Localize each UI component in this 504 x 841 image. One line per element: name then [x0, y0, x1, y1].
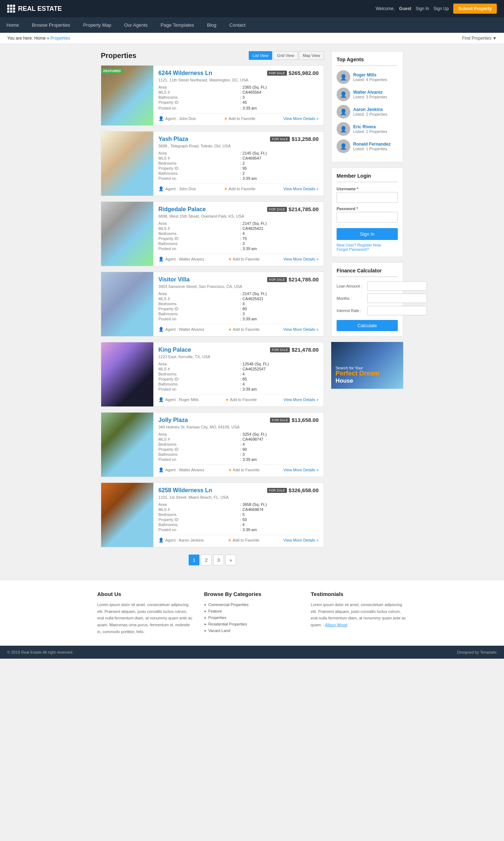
add-favorite-button[interactable]: ★ Add to Favorite	[228, 257, 260, 262]
category-item[interactable]: Residential Properties	[204, 621, 300, 627]
signin-button[interactable]: Sign In	[337, 228, 398, 240]
loan-amount-input[interactable]	[367, 281, 427, 291]
property-price-box: FOR SALE $21,478.00	[270, 347, 319, 353]
property-card: FEATURED 6244 Wilderness Ln FOR SALE $26…	[101, 65, 324, 126]
submit-property-button[interactable]: Submit Property	[453, 4, 497, 14]
view-more-link[interactable]: View More Details »	[283, 397, 319, 402]
agent-info: 👤 Agent : Aaron Jenkins	[158, 538, 204, 543]
agent-face-icon: 👤	[337, 88, 350, 101]
nav-contact[interactable]: Contact	[223, 17, 252, 33]
favorite-label: Add to Favorite	[230, 397, 257, 402]
property-name[interactable]: 6244 Wilderness Ln	[158, 70, 212, 76]
browse-title: Browse By Categories	[204, 591, 300, 597]
password-group: Password *	[337, 206, 398, 223]
welcome-text: Welcome,	[375, 6, 395, 11]
view-more-link[interactable]: View More Details »	[283, 538, 319, 542]
page-2-button[interactable]: 2	[201, 555, 212, 565]
nav-page-templates[interactable]: Page Templates	[154, 17, 201, 33]
agent-name[interactable]: Eric Rivera	[353, 124, 387, 129]
forgot-password-link[interactable]: Forgot Password?	[337, 247, 398, 252]
favorite-label: Add to Favorite	[229, 116, 256, 121]
add-favorite-button[interactable]: ★ Add to Favorite	[228, 468, 260, 472]
view-more-link[interactable]: View More Details »	[283, 187, 319, 191]
agent-face-icon: 👤	[337, 139, 350, 153]
property-footer: 👤 Agent : Roger Mills ★ Add to Favorite …	[158, 394, 319, 402]
footer-category-list: Commercial Properties Feature Properties…	[204, 601, 300, 634]
page-1-button[interactable]: 1	[189, 555, 199, 565]
footer-about: About Us Lorem ipsum dolor sit amet, con…	[97, 591, 193, 635]
agent-name[interactable]: Ronald Fernandez	[353, 142, 391, 147]
category-item[interactable]: Commercial Properties	[204, 601, 300, 608]
property-name[interactable]: Ridgedale Palace	[158, 206, 206, 213]
property-name[interactable]: Visitor Villa	[158, 276, 190, 283]
nav-blog[interactable]: Blog	[201, 17, 223, 33]
testimonials-author[interactable]: Alison Wood	[325, 623, 347, 627]
agent-listed: Listed: 1 Properties	[353, 147, 391, 151]
property-details: Area : 2365 (Sq. Ft.) MLS # : CA465564 B…	[158, 85, 319, 110]
nav-home[interactable]: Home	[0, 17, 26, 33]
breadcrumb-home[interactable]: Home	[34, 36, 46, 41]
category-item[interactable]: Vacant Land	[204, 627, 300, 634]
property-name[interactable]: King Palace	[158, 347, 191, 353]
property-name[interactable]: Jolly Plaza	[158, 417, 188, 423]
view-more-link[interactable]: View More Details »	[283, 468, 319, 472]
page-next-button[interactable]: »	[225, 555, 236, 565]
add-favorite-button[interactable]: ★ Add to Favorite	[228, 327, 260, 332]
dream-title: Perfect Dream House	[336, 370, 399, 384]
months-input[interactable]	[367, 294, 427, 303]
nav-browse-properties[interactable]: Browse Properties	[26, 17, 77, 33]
agent-name[interactable]: Walter Alvarez	[353, 90, 387, 95]
loan-amount-row: Loan Amount :	[337, 281, 398, 291]
property-image	[101, 272, 153, 336]
nav-our-agents[interactable]: Our Agents	[118, 17, 154, 33]
agent-listed: Listed: 4 Properties	[353, 77, 387, 82]
view-more-link[interactable]: View More Details »	[283, 327, 319, 331]
for-sale-badge: FOR SALE	[267, 207, 287, 212]
breadcrumb: You are here: Home » Properties	[7, 36, 70, 41]
agent-label: Agent : Walter Alvarez	[165, 327, 204, 331]
agent-icon: 👤	[158, 116, 164, 121]
agent-item: 👤 Ronald Fernandez Listed: 1 Properties	[337, 139, 398, 153]
agent-info: 👤 Agent : John Doe	[158, 116, 196, 121]
add-favorite-button[interactable]: ★ Add to Favorite	[225, 397, 257, 402]
sign-up-link[interactable]: Sign Up	[433, 6, 449, 11]
property-body: King Palace FOR SALE $21,478.00 1223 Eas…	[153, 342, 324, 406]
dream-house-banner[interactable]: Search for Your Perfect Dream House	[331, 342, 403, 389]
agent-face-icon: 👤	[337, 105, 350, 119]
find-properties-button[interactable]: Find Properties	[462, 36, 497, 41]
add-favorite-button[interactable]: ★ Add to Favorite	[228, 538, 260, 543]
agent-name[interactable]: Roger Mills	[353, 72, 387, 77]
months-label: Months :	[337, 296, 367, 301]
property-name[interactable]: Yash Plaza	[158, 136, 188, 142]
agent-label: Agent : Walter Alvarez	[165, 468, 204, 472]
agent-item: 👤 Eric Rivera Listed: 1 Properties	[337, 122, 398, 136]
add-favorite-button[interactable]: ★ Add to Favorite	[224, 187, 256, 191]
category-item[interactable]: Feature	[204, 608, 300, 614]
property-name[interactable]: 6258 Wilderness Ln	[158, 487, 212, 494]
property-address: 5608 , Telegraph Road, Toledo, OH, USA	[158, 144, 319, 148]
header-right: Welcome, Guest Sign In Sign Up Submit Pr…	[375, 4, 497, 14]
property-card: 6258 Wilderness Ln FOR SALE $326,658.00 …	[101, 482, 324, 547]
register-link[interactable]: New User? Register Now	[337, 243, 398, 247]
posted-on-value: : 3:39 am	[240, 106, 319, 110]
agent-label: Agent : Walter Alvarez	[165, 257, 204, 261]
password-input[interactable]	[337, 212, 398, 223]
list-view-button[interactable]: List View	[249, 51, 273, 60]
page-3-button[interactable]: 3	[213, 555, 224, 565]
view-more-link[interactable]: View More Details »	[283, 116, 319, 121]
calculate-button[interactable]: Calculate	[337, 320, 398, 331]
grid-view-button[interactable]: Grid View	[273, 51, 298, 60]
property-id-label: Property ID	[158, 100, 237, 104]
username-input[interactable]	[337, 192, 398, 203]
view-more-link[interactable]: View More Details »	[283, 257, 319, 261]
breadcrumb-bar: You are here: Home » Properties Find Pro…	[0, 33, 504, 44]
category-item[interactable]: Properties	[204, 614, 300, 621]
property-price-box: FOR SALE $265,982.00	[267, 70, 319, 76]
area-value: : 2365 (Sq. Ft.)	[240, 85, 319, 89]
interest-rate-input[interactable]	[367, 306, 427, 315]
agent-name[interactable]: Aaron Jenkins	[353, 107, 387, 112]
map-view-button[interactable]: Map View	[299, 51, 324, 60]
sign-in-link[interactable]: Sign In	[416, 6, 429, 11]
nav-property-map[interactable]: Property Map	[77, 17, 118, 33]
add-favorite-button[interactable]: ★ Add to Favorite	[224, 116, 256, 121]
